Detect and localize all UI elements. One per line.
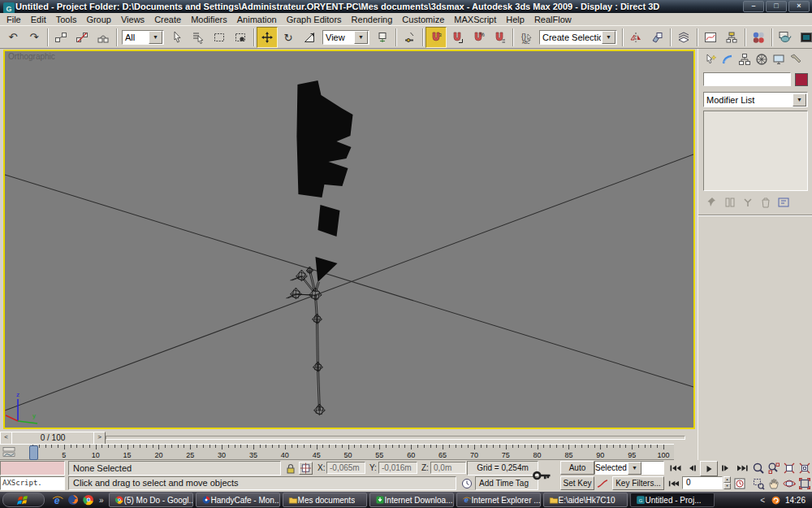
redo-button[interactable]: ↷ bbox=[24, 27, 45, 48]
close-button[interactable]: × bbox=[788, 1, 810, 12]
current-frame-field[interactable]: 0 bbox=[682, 476, 723, 489]
menu-animation[interactable]: Animation bbox=[232, 15, 282, 24]
taskbar-task[interactable]: GUntitled - Proj... bbox=[630, 493, 715, 507]
schematic-view-button[interactable] bbox=[721, 27, 742, 48]
rectangular-selection-region-button[interactable] bbox=[209, 27, 230, 48]
taskbar-task[interactable]: (5) Mo Do - Googl... bbox=[109, 493, 193, 507]
frame-spinner[interactable]: ▲▼ bbox=[723, 476, 731, 489]
tray-chevron[interactable]: < bbox=[758, 496, 767, 505]
key-filters-button[interactable]: Key Filters... bbox=[612, 476, 664, 490]
selection-filter-dropdown[interactable]: All▼ bbox=[122, 30, 164, 45]
zoom-extents-all-button[interactable] bbox=[797, 461, 812, 475]
key-mode-dropdown[interactable]: Selected ▼ bbox=[594, 461, 664, 475]
minimize-button[interactable]: – bbox=[743, 1, 764, 12]
orbit-button[interactable] bbox=[781, 476, 797, 491]
undo-button[interactable]: ↶ bbox=[2, 27, 24, 48]
spinner-up-icon[interactable]: ▲ bbox=[723, 476, 731, 483]
select-and-scale-button[interactable] bbox=[299, 27, 320, 48]
play-button[interactable] bbox=[700, 461, 718, 476]
pan-button[interactable] bbox=[766, 476, 781, 491]
taskbar-task[interactable]: E:\aide\Hk7C10 bbox=[543, 493, 628, 507]
menu-maxscript[interactable]: MAXScript bbox=[449, 15, 501, 24]
menu-help[interactable]: Help bbox=[501, 15, 529, 24]
tab-display[interactable] bbox=[770, 51, 787, 67]
time-slider-frame-marker[interactable] bbox=[29, 445, 38, 460]
use-pivot-point-center-button[interactable] bbox=[372, 27, 393, 48]
angle-snap-toggle-button[interactable] bbox=[447, 27, 468, 48]
taskbar-task[interactable]: HandyCafe - Mon... bbox=[196, 493, 280, 507]
rendered-frame-window-button[interactable] bbox=[796, 27, 812, 48]
start-button[interactable] bbox=[2, 493, 45, 507]
align-button[interactable] bbox=[646, 27, 667, 48]
modifier-list-dropdown[interactable]: Modifier List ▼ bbox=[703, 92, 808, 107]
modifier-stack[interactable] bbox=[703, 111, 808, 191]
menu-file[interactable]: File bbox=[2, 15, 26, 24]
default-tangent-icon[interactable] bbox=[595, 476, 610, 491]
maxscript-mini-listener[interactable]: AXScript. bbox=[0, 476, 65, 490]
maximize-button[interactable]: □ bbox=[766, 1, 787, 12]
edit-named-selection-sets-button[interactable]: {}ABC bbox=[516, 27, 537, 48]
taskbar-task[interactable]: Internet Downloa... bbox=[369, 493, 454, 507]
quick-launch-chrome[interactable] bbox=[82, 493, 95, 506]
key-mode-toggle-icon[interactable] bbox=[667, 476, 680, 491]
selection-lock-icon[interactable] bbox=[283, 462, 298, 476]
x-coordinate-field[interactable]: -0,065m bbox=[326, 462, 365, 474]
chevron-down-icon[interactable]: ▼ bbox=[602, 31, 615, 44]
menu-edit[interactable]: Edit bbox=[26, 15, 51, 24]
curve-editor-button[interactable] bbox=[700, 27, 721, 48]
bind-to-space-warp-button[interactable] bbox=[93, 27, 114, 48]
percent-snap-toggle-button[interactable]: % bbox=[468, 27, 489, 48]
unlink-selection-button[interactable] bbox=[71, 27, 93, 48]
tab-hierarchy[interactable] bbox=[736, 51, 753, 67]
menu-views[interactable]: Views bbox=[116, 15, 149, 24]
chevron-down-icon[interactable]: ▼ bbox=[628, 462, 641, 475]
tab-utilities[interactable] bbox=[787, 51, 804, 67]
menu-create[interactable]: Create bbox=[149, 15, 186, 24]
y-coordinate-field[interactable]: -0,016m bbox=[378, 462, 417, 474]
time-slider-handle[interactable]: 0 / 100 bbox=[11, 432, 94, 445]
window-crossing-button[interactable] bbox=[230, 27, 251, 48]
menu-group[interactable]: Group bbox=[81, 15, 116, 24]
remove-modifier-button[interactable] bbox=[758, 196, 772, 209]
material-editor-button[interactable] bbox=[748, 27, 769, 48]
zoom-all-button[interactable] bbox=[766, 461, 781, 475]
tab-modify[interactable] bbox=[719, 51, 736, 67]
previous-frame-button[interactable] bbox=[684, 461, 700, 475]
make-unique-button[interactable] bbox=[741, 196, 754, 209]
render-setup-button[interactable] bbox=[775, 27, 796, 48]
set-key-button[interactable]: Set Key bbox=[560, 476, 594, 490]
tray-app-icon[interactable] bbox=[771, 495, 781, 506]
tab-create[interactable] bbox=[702, 51, 719, 67]
open-mini-curve-editor-button[interactable] bbox=[2, 445, 24, 458]
z-coordinate-field[interactable]: 0,0m bbox=[430, 462, 466, 474]
time-tag-icon[interactable] bbox=[460, 476, 474, 491]
menu-realflow[interactable]: RealFlow bbox=[529, 15, 577, 24]
time-slider-track[interactable] bbox=[106, 436, 685, 440]
taskbar-task[interactable]: eInternet Explorer ... bbox=[456, 493, 541, 507]
zoom-button[interactable] bbox=[750, 461, 766, 475]
configure-modifier-sets-button[interactable] bbox=[776, 196, 790, 209]
mirror-button[interactable] bbox=[625, 27, 646, 48]
layer-manager-button[interactable] bbox=[673, 27, 694, 48]
absolute-mode-icon[interactable] bbox=[299, 462, 313, 475]
track-bar[interactable]: 0510152025303540455055606570758085909510… bbox=[0, 444, 674, 460]
menu-customize[interactable]: Customize bbox=[397, 15, 449, 24]
menu-graph-editors[interactable]: Graph Editors bbox=[282, 15, 347, 24]
time-slider-prev-button[interactable]: < bbox=[0, 432, 12, 445]
time-configuration-icon[interactable] bbox=[732, 476, 747, 491]
snap-toggle-3d-button[interactable]: 3 bbox=[425, 27, 447, 48]
taskbar-task[interactable]: Mes documents bbox=[283, 493, 367, 507]
menu-modifiers[interactable]: Modifiers bbox=[186, 15, 232, 24]
go-to-start-button[interactable] bbox=[667, 461, 684, 475]
go-to-end-button[interactable] bbox=[734, 461, 750, 475]
show-end-result-button[interactable] bbox=[723, 196, 736, 209]
select-and-move-button[interactable] bbox=[257, 27, 278, 48]
chevron-down-icon[interactable]: ▼ bbox=[793, 93, 806, 106]
select-and-link-button[interactable] bbox=[50, 27, 71, 48]
quick-launch-chevron[interactable]: » bbox=[97, 496, 106, 505]
reference-coordinate-system-dropdown[interactable]: View▼ bbox=[322, 30, 369, 45]
select-by-name-button[interactable] bbox=[188, 27, 209, 48]
quick-launch-internet-explorer[interactable]: e bbox=[51, 493, 64, 506]
track-bar-ruler[interactable]: 0510152025303540455055606570758085909510… bbox=[26, 445, 674, 460]
zoom-extents-button[interactable] bbox=[781, 461, 797, 475]
